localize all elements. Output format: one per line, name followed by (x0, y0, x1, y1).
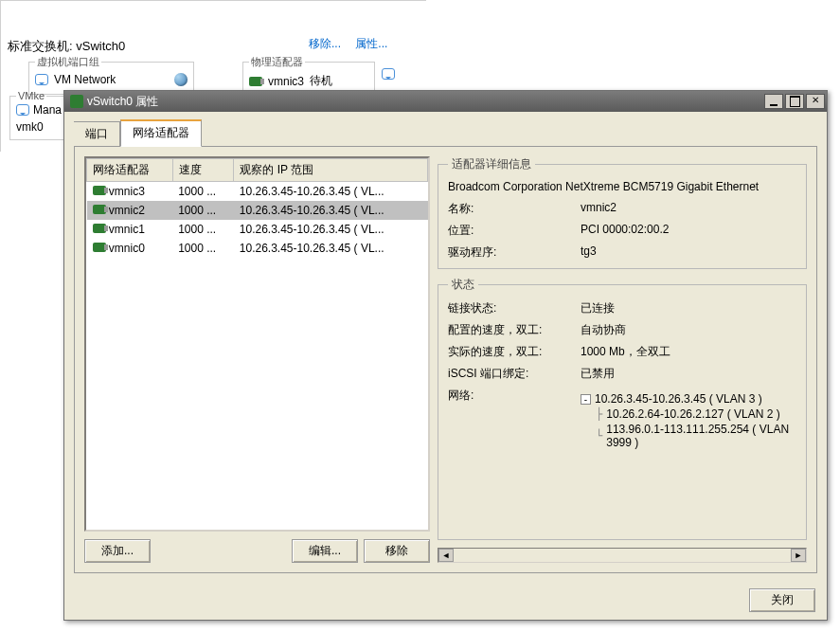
link-status-label: 链接状态: (448, 300, 571, 316)
configured-speed-label: 配置的速度，双工: (448, 322, 571, 338)
vmk0-label: vmk0 (16, 120, 62, 134)
globe-icon (174, 73, 188, 86)
networks-label: 网络: (448, 388, 571, 450)
tree-line-icon: ├ (596, 407, 602, 421)
horizontal-scrollbar[interactable]: ◄ ► (438, 548, 807, 563)
physical-adapter-legend: 物理适配器 (249, 55, 305, 69)
col-speed[interactable]: 速度 (172, 159, 234, 182)
adapter-list[interactable]: 网络适配器 速度 观察的 IP 范围 vmnic3 1000 ... 10.26… (84, 156, 430, 532)
actual-speed-label: 实际的速度，双工: (448, 344, 571, 360)
table-row[interactable]: vmnic0 1000 ... 10.26.3.45-10.26.3.45 ( … (87, 239, 428, 258)
adapter-model: Broadcom Corporation NetXtreme BCM5719 G… (448, 180, 796, 193)
network-entry: 113.96.0.1-113.111.255.254 ( VLAN 3999 ) (606, 423, 796, 449)
nic-icon (93, 205, 106, 214)
status-fieldset: 状态 链接状态: 已连接 配置的速度，双工: 自动协商 实际的速度，双工: 10… (438, 277, 807, 540)
location-value: PCI 0000:02:00.2 (581, 223, 796, 239)
remove-button[interactable]: 移除 (364, 539, 430, 563)
adapter-detail-fieldset: 适配器详细信息 Broadcom Corporation NetXtreme B… (438, 156, 807, 269)
dialog-titlebar[interactable]: vSwitch0 属性 (64, 91, 827, 112)
remove-link[interactable]: 移除... (309, 37, 341, 50)
properties-link[interactable]: 属性... (355, 37, 387, 50)
tab-content: 网络适配器 速度 观察的 IP 范围 vmnic3 1000 ... 10.26… (74, 146, 817, 573)
dialog-title: vSwitch0 属性 (87, 94, 158, 110)
name-value: vmnic2 (581, 201, 796, 217)
vmnic3-label: vmnic3 (268, 75, 304, 88)
nic-icon (93, 186, 106, 195)
mana-label: Mana (33, 103, 62, 117)
vmkernel-fieldset: VMke Mana vmk0 (9, 90, 68, 140)
status-legend: 状态 (448, 277, 478, 293)
table-row[interactable]: vmnic1 1000 ... 10.26.3.45-10.26.3.45 ( … (87, 220, 428, 239)
adapter-detail-legend: 适配器详细信息 (448, 156, 535, 172)
tab-network-adapters[interactable]: 网络适配器 (120, 119, 202, 147)
bubble-icon[interactable] (35, 74, 48, 85)
add-button[interactable]: 添加... (84, 539, 151, 563)
nic-icon (93, 224, 106, 233)
table-row[interactable]: vmnic3 1000 ... 10.26.3.45-10.26.3.45 ( … (87, 182, 428, 202)
network-entry: 10.26.2.64-10.26.2.127 ( VLAN 2 ) (606, 407, 779, 421)
tree-toggle-icon[interactable]: - (581, 394, 591, 405)
location-label: 位置: (448, 223, 571, 239)
tab-ports[interactable]: 端口 (74, 121, 120, 147)
networks-tree: - 10.26.3.45-10.26.3.45 ( VLAN 3 ) ├ 10.… (581, 391, 796, 450)
standard-switch-label: 标准交换机: vSwitch0 (8, 38, 125, 55)
col-observed[interactable]: 观察的 IP 范围 (234, 159, 428, 182)
table-row[interactable]: vmnic2 1000 ... 10.26.3.45-10.26.3.45 ( … (87, 201, 428, 220)
maximize-button[interactable] (785, 94, 804, 109)
standby-label: 待机 (310, 73, 332, 89)
bubble-icon[interactable] (16, 104, 29, 116)
minimize-button[interactable] (764, 94, 783, 109)
vswitch-properties-dialog: vSwitch0 属性 端口 网络适配器 网络适配器 速度 观察的 IP (63, 90, 828, 621)
nic-icon (93, 243, 106, 252)
driver-label: 驱动程序: (448, 244, 571, 261)
close-button[interactable]: 关闭 (749, 588, 815, 612)
tree-line-icon: └ (596, 429, 602, 442)
network-entry: 10.26.3.45-10.26.3.45 ( VLAN 3 ) (595, 392, 762, 406)
nic-icon (249, 77, 262, 86)
close-window-button[interactable] (806, 94, 825, 109)
iscsi-value: 已禁用 (581, 366, 796, 382)
vm-port-group-fieldset: 虚拟机端口组 VM Network (28, 55, 194, 95)
driver-value: tg3 (581, 244, 796, 261)
actual-speed-value: 1000 Mb，全双工 (581, 344, 796, 360)
vswitch-icon (70, 95, 83, 108)
bubble-icon[interactable] (382, 68, 395, 80)
edit-button[interactable]: 编辑... (292, 539, 358, 563)
name-label: 名称: (448, 201, 571, 217)
col-adapter[interactable]: 网络适配器 (87, 159, 173, 182)
configured-speed-value: 自动协商 (581, 322, 796, 338)
vm-network-label: VM Network (54, 73, 116, 86)
link-status-value: 已连接 (581, 300, 796, 316)
vmke-legend: VMke (16, 90, 46, 101)
iscsi-label: iSCSI 端口绑定: (448, 366, 571, 382)
vm-port-group-legend: 虚拟机端口组 (35, 55, 101, 69)
scroll-left-icon[interactable]: ◄ (438, 549, 454, 562)
scroll-right-icon[interactable]: ► (791, 549, 806, 562)
